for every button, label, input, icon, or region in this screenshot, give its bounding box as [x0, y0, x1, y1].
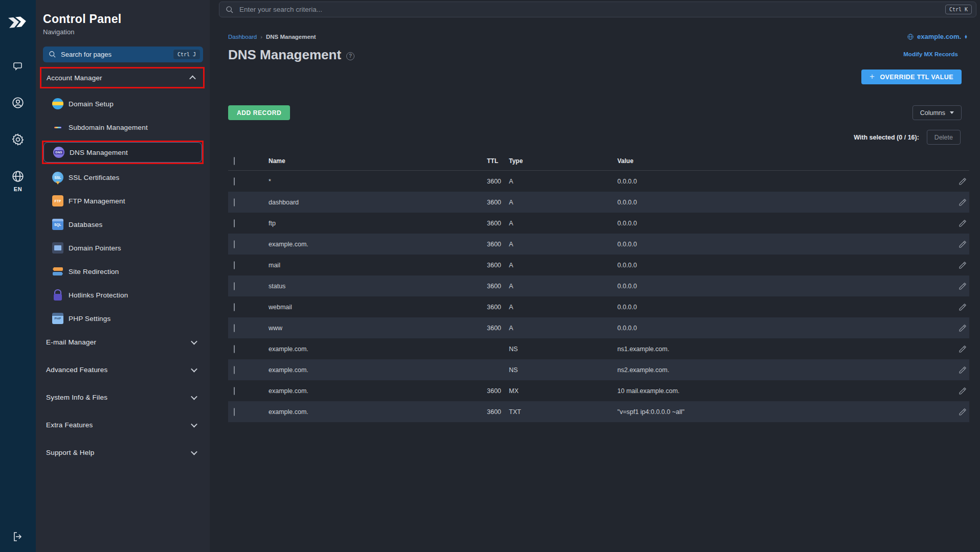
- cell-type: A: [509, 220, 617, 227]
- cell-type: NS: [509, 346, 617, 353]
- cell-name: example.com.: [269, 387, 487, 395]
- edit-record-button[interactable]: [949, 219, 969, 228]
- sidebar-section-label: Account Manager: [47, 74, 102, 82]
- table-row: dashboard3600A0.0.0.0: [228, 192, 969, 213]
- search-icon: [49, 51, 56, 58]
- sidebar-item-domain-setup[interactable]: Domain Setup: [43, 94, 203, 114]
- user-icon[interactable]: [11, 96, 25, 109]
- table-row: example.com.NSns1.example.com.: [228, 338, 969, 359]
- pencil-icon: [958, 303, 967, 312]
- sidebar-section-label: Support & Help: [46, 449, 94, 456]
- chat-icon[interactable]: [12, 60, 24, 73]
- sidebar-item-hotlinks-protection[interactable]: Hotlinks Protection: [43, 285, 203, 305]
- sidebar-item-subdomain-management[interactable]: Subdomain Management: [43, 117, 203, 137]
- globe-icon: [907, 33, 914, 40]
- cell-type: A: [509, 199, 617, 206]
- row-checkbox[interactable]: [234, 219, 235, 227]
- edit-record-button[interactable]: [949, 177, 969, 186]
- cell-type: NS: [509, 366, 617, 374]
- help-icon[interactable]: ?: [346, 52, 354, 60]
- checkbox-cell: [234, 283, 269, 290]
- sidebar-item-ftp-management[interactable]: FTPFTP Management: [43, 191, 203, 211]
- cell-ttl: 3600: [487, 178, 509, 185]
- sidebar-section-e-mail-manager[interactable]: E-mail Manager: [41, 333, 205, 351]
- column-header-value: Value: [617, 157, 949, 165]
- sidebar-item-site-redirection[interactable]: Site Redirection: [43, 261, 203, 282]
- globe-icon: [52, 98, 63, 109]
- logout-icon[interactable]: [12, 531, 24, 543]
- sidebar-section-advanced-features[interactable]: Advanced Features: [41, 360, 205, 379]
- edit-record-button[interactable]: [949, 407, 969, 417]
- add-record-button[interactable]: ADD RECORD: [228, 105, 290, 120]
- cell-ttl: 3600: [487, 283, 509, 290]
- checkbox-cell: [234, 178, 269, 185]
- signpost-icon: [52, 266, 63, 277]
- global-search-input[interactable]: [239, 6, 945, 13]
- delete-button[interactable]: Delete: [927, 130, 961, 145]
- edit-record-button[interactable]: [949, 386, 969, 396]
- row-checkbox[interactable]: [234, 177, 235, 186]
- sidebar-item-label: PHP Settings: [69, 315, 110, 323]
- global-search-bar[interactable]: Ctrl K: [219, 2, 976, 17]
- page-content: Dashboard › DNS Management example.com. …: [210, 17, 980, 552]
- row-checkbox[interactable]: [234, 261, 235, 269]
- override-ttl-button[interactable]: + OVERRIDE TTL VALUE: [861, 70, 962, 84]
- row-checkbox[interactable]: [234, 387, 235, 395]
- edit-record-button[interactable]: [949, 240, 969, 249]
- cell-value: 0.0.0.0: [617, 262, 949, 269]
- table-row: webmail3600A0.0.0.0: [228, 296, 969, 317]
- sidebar-item-label: Hotlinks Protection: [69, 291, 128, 299]
- sidebar-search-input[interactable]: [61, 51, 173, 58]
- sidebar-item-domain-pointers[interactable]: Domain Pointers: [43, 238, 203, 258]
- sidebar-collapsed-sections: E-mail ManagerAdvanced FeaturesSystem In…: [36, 333, 210, 462]
- edit-record-button[interactable]: [949, 344, 969, 354]
- breadcrumb-dashboard[interactable]: Dashboard: [228, 34, 257, 40]
- sidebar-section-account-manager[interactable]: Account Manager: [41, 68, 203, 87]
- sidebar-item-dns-management[interactable]: DNSDNS Management: [43, 142, 202, 163]
- edit-record-button[interactable]: [949, 282, 969, 291]
- columns-button[interactable]: Columns: [912, 105, 962, 120]
- table-row: ftp3600A0.0.0.0: [228, 213, 969, 234]
- sort-arrows-icon: ▲▼: [964, 35, 968, 39]
- pencil-icon: [958, 407, 967, 417]
- sidebar-section-label: Advanced Features: [46, 366, 107, 374]
- row-checkbox[interactable]: [234, 303, 235, 311]
- app-logo-icon[interactable]: [8, 13, 28, 33]
- sidebar-item-databases[interactable]: SQLDatabases: [43, 214, 203, 235]
- edit-record-button[interactable]: [949, 365, 969, 375]
- sidebar-section-system-info-files[interactable]: System Info & Files: [41, 388, 205, 406]
- row-checkbox[interactable]: [234, 408, 235, 416]
- checkbox-cell: [234, 241, 269, 248]
- row-checkbox[interactable]: [234, 198, 235, 206]
- edit-record-button[interactable]: [949, 198, 969, 207]
- edit-record-button[interactable]: [949, 261, 969, 270]
- row-checkbox[interactable]: [234, 282, 235, 290]
- row-checkbox[interactable]: [234, 240, 235, 248]
- sidebar-section-extra-features[interactable]: Extra Features: [41, 416, 205, 434]
- annotation-box-dns-management: DNSDNS Management: [42, 141, 204, 164]
- modify-mx-records-link[interactable]: Modify MX Records: [903, 51, 958, 57]
- select-all-checkbox[interactable]: [234, 157, 235, 165]
- subdomain-icon: [52, 124, 63, 130]
- sidebar-section-support-help[interactable]: Support & Help: [41, 443, 205, 462]
- row-checkbox[interactable]: [234, 345, 235, 353]
- row-checkbox[interactable]: [234, 324, 235, 332]
- sidebar-item-label: DNS Management: [70, 149, 128, 156]
- sidebar-item-ssl-certificates[interactable]: SSLSSL Certificates: [43, 167, 203, 188]
- sidebar-item-label: Domain Setup: [69, 100, 114, 108]
- edit-record-button[interactable]: [949, 324, 969, 333]
- language-globe-icon[interactable]: EN: [11, 170, 25, 192]
- sidebar-search[interactable]: Ctrl J: [43, 47, 203, 62]
- gear-icon[interactable]: [11, 133, 25, 146]
- dns-records-table: Name TTL Type Value *3600A0.0.0.0dashboa…: [228, 151, 969, 422]
- domain-selector[interactable]: example.com. ▲▼: [907, 33, 968, 40]
- edit-record-button[interactable]: [949, 303, 969, 312]
- page-title: DNS Management ?: [228, 47, 354, 63]
- row-checkbox[interactable]: [234, 366, 235, 374]
- cell-type: MX: [509, 387, 617, 395]
- chevron-up-icon: [189, 75, 196, 82]
- sidebar-item-php-settings[interactable]: PHPPHP Settings: [43, 308, 203, 329]
- pencil-icon: [958, 177, 967, 186]
- checkbox-cell: [234, 220, 269, 227]
- checkbox-cell: [234, 304, 269, 311]
